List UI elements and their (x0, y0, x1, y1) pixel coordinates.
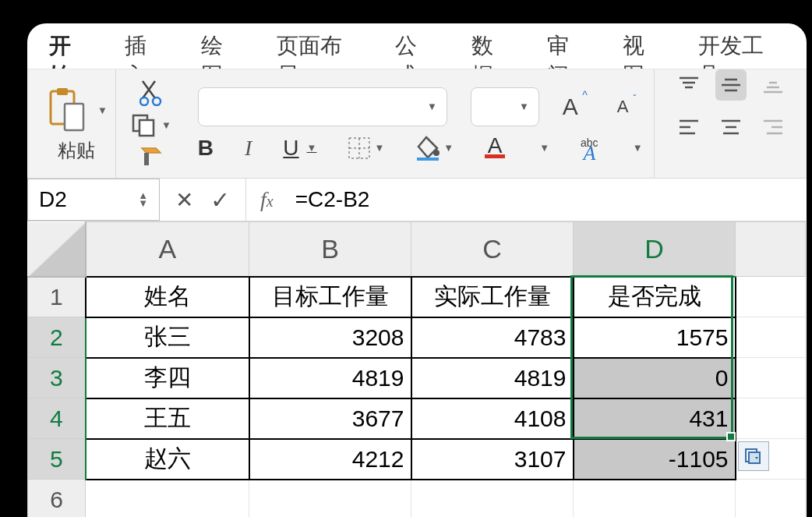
svg-point-3 (140, 97, 148, 105)
cell-A2[interactable]: 张三 (86, 317, 249, 358)
svg-rect-7 (144, 153, 149, 165)
svg-rect-6 (139, 120, 154, 136)
border-button[interactable]: ▼ (348, 136, 384, 160)
name-box-value: D2 (39, 187, 67, 212)
underline-button[interactable]: U▼ (283, 136, 316, 161)
name-box[interactable]: D2 ▲▼ (27, 179, 160, 221)
formula-bar: D2 ▲▼ ✕ ✓ fx =C2-B2 (27, 178, 807, 221)
italic-button[interactable]: I (245, 136, 252, 161)
ribbon-tabs: 开始 插入 绘图 页面布局 公式 数据 审阅 视图 开发工具 (27, 23, 807, 69)
cell-A3[interactable]: 李四 (86, 358, 249, 398)
font-color-button[interactable]: A (485, 137, 505, 158)
row-header-5[interactable]: 5 (28, 439, 86, 480)
cell-C2[interactable]: 4783 (411, 317, 574, 358)
vertical-align-row (673, 69, 789, 101)
cell-E1[interactable] (736, 277, 806, 317)
svg-rect-32 (749, 452, 760, 463)
cell-E2[interactable] (736, 317, 806, 358)
align-right-icon[interactable] (757, 112, 789, 143)
cell-D5[interactable]: -1105 (574, 439, 736, 480)
align-middle-icon[interactable] (715, 69, 747, 101)
cell-D2[interactable]: 1575 (574, 317, 736, 358)
paste-label: 粘贴 (58, 138, 95, 163)
cell-A5[interactable]: 赵六 (86, 439, 249, 480)
cell-E6[interactable] (736, 480, 806, 518)
align-bottom-icon[interactable] (757, 69, 789, 101)
copy-icon[interactable]: ▼ (132, 114, 171, 137)
row-header-3[interactable]: 3 (28, 358, 86, 398)
align-left-icon[interactable] (673, 112, 704, 143)
namebox-stepper-icon[interactable]: ▲▼ (138, 192, 148, 207)
row-header-4[interactable]: 4 (28, 398, 86, 439)
row-header-6[interactable]: 6 (28, 480, 86, 518)
paste-dropdown-icon[interactable]: ▼ (94, 104, 108, 116)
svg-rect-2 (65, 104, 83, 130)
cell-C4[interactable]: 4108 (411, 398, 574, 439)
paste-icon[interactable] (46, 87, 88, 135)
cell-C1[interactable]: 实际工作量 (411, 277, 574, 317)
cell-B3[interactable]: 4819 (249, 358, 411, 398)
svg-point-11 (433, 150, 440, 156)
align-top-icon[interactable] (673, 69, 704, 101)
cell-C3[interactable]: 4819 (411, 358, 574, 398)
horizontal-align-row (673, 112, 789, 143)
col-header-D[interactable]: D (574, 222, 736, 277)
col-header-B[interactable]: B (249, 222, 411, 277)
phonetic-button[interactable]: abcA (581, 137, 598, 159)
cell-C6[interactable] (411, 480, 574, 518)
svg-point-4 (153, 97, 161, 105)
cell-B6[interactable] (249, 480, 411, 518)
cell-D1[interactable]: 是否完成 (574, 277, 736, 317)
sheet-grid[interactable]: A B C D 1 姓名 目标工作量 实际工作量 是否完成 2 张三 3208 … (27, 221, 807, 517)
col-header-E[interactable] (736, 222, 806, 277)
fx-icon[interactable]: fx (246, 187, 288, 212)
autofill-options-icon[interactable] (738, 441, 769, 471)
cell-A6[interactable] (86, 480, 249, 518)
svg-rect-1 (57, 88, 68, 95)
accept-formula-icon[interactable]: ✓ (210, 186, 230, 214)
svg-rect-12 (417, 158, 439, 161)
select-all-corner[interactable] (28, 222, 86, 277)
col-header-A[interactable]: A (86, 222, 249, 277)
clipboard-group: ▼ 粘贴 (27, 69, 116, 178)
cell-E3[interactable] (736, 358, 806, 398)
cell-B5[interactable]: 4212 (249, 439, 411, 480)
cell-B4[interactable]: 3677 (249, 398, 411, 439)
font-size-dropdown[interactable]: ▼ (471, 87, 539, 126)
cell-C5[interactable]: 3107 (411, 439, 574, 480)
cell-E4[interactable] (736, 398, 806, 439)
row-header-1[interactable]: 1 (28, 277, 86, 317)
align-center-icon[interactable] (715, 112, 747, 143)
cell-D6[interactable] (574, 480, 736, 518)
cut-icon[interactable] (132, 80, 171, 106)
cell-A1[interactable]: 姓名 (86, 277, 249, 317)
format-painter-icon[interactable] (132, 145, 171, 168)
font-name-dropdown[interactable]: ▼ (198, 87, 447, 126)
col-header-C[interactable]: C (411, 222, 574, 277)
cell-B1[interactable]: 目标工作量 (249, 277, 411, 317)
bold-button[interactable]: B (198, 136, 214, 161)
cancel-formula-icon[interactable]: ✕ (175, 187, 193, 213)
increase-font-icon[interactable]: A^ (563, 94, 578, 120)
fill-color-button[interactable]: ▼ (415, 136, 454, 161)
cell-B2[interactable]: 3208 (249, 317, 411, 358)
cell-A4[interactable]: 王五 (86, 398, 249, 439)
decrease-font-icon[interactable]: Aˇ (617, 97, 629, 117)
row-header-2[interactable]: 2 (28, 317, 86, 358)
ribbon: ▼ 粘贴 ▼ ▼ ▼ (27, 69, 807, 178)
cell-D4[interactable]: 431 (574, 398, 736, 439)
formula-input[interactable]: =C2-B2 (288, 187, 807, 212)
spreadsheet-window: 开始 插入 绘图 页面布局 公式 数据 审阅 视图 开发工具 ▼ 粘贴 (27, 23, 807, 517)
cell-D3[interactable]: 0 (574, 358, 736, 398)
